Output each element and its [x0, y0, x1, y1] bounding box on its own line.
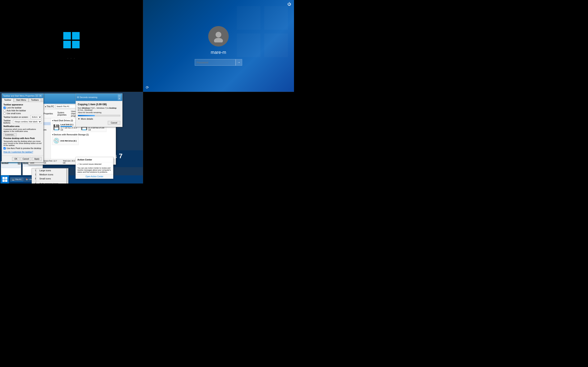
ribbon-system-tab[interactable]: System properties	[56, 111, 68, 117]
lock-taskbar-row: Lock the taskbar	[3, 107, 42, 109]
tab-toolbars[interactable]: Toolbars	[29, 98, 41, 102]
location-select[interactable]: Bottom Top Left Right	[30, 115, 42, 119]
svg-rect-6	[237, 33, 260, 57]
copy-title-text: 60 Seconds remaining	[77, 96, 97, 99]
status-free: Space free: 12.7 GB	[43, 160, 59, 164]
ac-no-issues: ✓ No current issues detected	[76, 162, 113, 166]
small-icons-label: Use small icons	[7, 112, 21, 115]
copy-close[interactable]: ✕	[118, 97, 121, 100]
notification-description: Customize which icons and notifications …	[3, 128, 42, 132]
svg-rect-2	[63, 41, 71, 48]
taskbar-this-pc-icon: 💻	[12, 178, 14, 180]
svg-rect-3	[72, 41, 80, 48]
removable-section-title: ▾ Devices with Removable Storage (1)	[52, 133, 114, 136]
copy-details-row[interactable]: ▼ More details	[78, 118, 120, 120]
start-button[interactable]	[1, 175, 9, 184]
autohide-row: Auto-hide the taskbar	[3, 109, 42, 112]
customize-row: Customize...	[3, 133, 42, 136]
dialog-tabs: Taskbar Start Menu Toolbars	[2, 98, 43, 102]
view-submenu: Large icons Medium icons Small icons Aut…	[36, 168, 67, 184]
taskbar-libraries-icon: 📚	[26, 178, 28, 180]
lock-taskbar-checkbox[interactable]	[3, 107, 6, 109]
buttons-select[interactable]: Always combine, hide labels Combine when…	[13, 120, 42, 124]
copy-progress-dialog: 60 Seconds remaining — ✕ Copying 1 item …	[76, 93, 122, 127]
drive-c-info: Local Disk (C:) 12.7 GB free of 40.0 GB	[61, 124, 78, 131]
copy-body: Copying 1 item (3.09 GB) from Windows 7 …	[76, 101, 122, 127]
copy-titlebar: 60 Seconds remaining — ✕	[76, 94, 122, 101]
tab-taskbar[interactable]: Taskbar	[2, 98, 13, 102]
small-icons-label: Small icons	[39, 177, 51, 180]
minimize-button[interactable]: —	[35, 94, 38, 97]
drive-e-icon: 💿	[53, 138, 60, 144]
aero-peek-label: Use Aero Peek to preview the desktop	[7, 147, 41, 150]
copy-time-remaining: About 60 Seconds remaining	[78, 111, 120, 114]
dialog-buttons-row: OK Cancel Apply	[2, 156, 43, 162]
bottom-left-quadrant: Taskbar and Start Menu Properties — ✕ Ta…	[0, 92, 143, 184]
watermark-logo	[237, 6, 288, 58]
view-small-icons[interactable]: Small icons	[36, 176, 66, 181]
svg-point-8	[216, 32, 221, 38]
drive-c[interactable]: 💾 Local Disk (C:) 12.7 GB free of 40.0 G…	[52, 123, 79, 132]
thumb-this-pc[interactable]: This PC ✕	[1, 161, 21, 175]
taskbar-properties-dialog: Taskbar and Start Menu Properties — ✕ Ta…	[2, 93, 43, 162]
copy-minimize[interactable]: —	[118, 94, 121, 97]
ac-open-button[interactable]: Open Action Center	[76, 174, 113, 179]
password-input[interactable]	[195, 59, 236, 66]
ac-header: Action Center	[76, 157, 113, 162]
avatar-icon	[212, 30, 225, 42]
drive-c-name: Local Disk (C:)	[61, 124, 78, 125]
medium-icons-label: Medium icons	[39, 173, 53, 176]
password-submit-button[interactable]: →	[236, 59, 242, 66]
view-large-icons[interactable]: Large icons	[36, 168, 66, 173]
cancel-button[interactable]: Cancel	[20, 157, 31, 161]
password-field-group[interactable]: →	[195, 59, 242, 66]
status-total: Total size: 40.0 GB	[63, 160, 77, 164]
loading-indicator: · · ·	[67, 57, 75, 60]
view-auto-arrange[interactable]: Auto arrange icons	[36, 182, 66, 184]
ribbon-properties-tab[interactable]: Properties	[43, 112, 54, 115]
notification-section-title: Notification area	[3, 125, 42, 127]
ok-button[interactable]: OK	[12, 157, 19, 161]
copy-buttons: Cancel	[78, 121, 120, 125]
drive-e-info: DVD RW Drive (E:)	[61, 140, 77, 142]
top-left-quadrant: · · ·	[0, 0, 143, 92]
drive-c-icon: 💾	[53, 124, 60, 131]
svg-rect-14	[2, 177, 5, 179]
aero-peek-checkbox[interactable]	[3, 147, 6, 150]
copy-progress-fill	[78, 115, 95, 116]
copy-op-title: Copying 1 item (3.09 GB)	[78, 103, 120, 106]
drive-d-space: 21.4 GB free of 109 GB	[88, 127, 105, 131]
accessibility-button[interactable]: ⟳	[146, 85, 149, 90]
taskbar-this-pc-btn[interactable]: 💻 This PC	[10, 177, 24, 182]
windows-flag-icon	[63, 32, 80, 48]
apply-button[interactable]: Apply	[32, 157, 42, 161]
copy-win-controls: — ✕	[118, 94, 121, 100]
tab-start-menu[interactable]: Start Menu	[14, 98, 28, 102]
svg-rect-16	[2, 180, 5, 182]
taskbar-bottom-left: 💻 This PC 📚 Libraries	[0, 175, 143, 184]
small-icons-checkbox[interactable]	[3, 112, 6, 115]
svg-rect-4	[237, 6, 260, 30]
copy-cancel-button[interactable]: Cancel	[108, 121, 120, 125]
customize-button[interactable]: Customize...	[3, 133, 17, 136]
location-label: Taskbar location on screen:	[3, 116, 28, 118]
small-icons-row: Use small icons	[3, 112, 42, 115]
autohide-checkbox[interactable]	[3, 109, 6, 112]
buttons-label: Taskbar buttons:	[3, 119, 13, 124]
view-medium-icons[interactable]: Medium icons	[36, 173, 66, 176]
aero-peek-row: Use Aero Peek to preview the desktop	[3, 147, 42, 150]
action-center-popup: Action Center ✓ No current issues detect…	[76, 157, 113, 179]
close-button[interactable]: ✕	[39, 94, 42, 97]
taskbar-this-pc-label: This PC	[15, 178, 22, 180]
ac-description: You can use Action Center to review and …	[76, 166, 113, 174]
aero-description: Temporarily view the desktop when you mo…	[3, 140, 42, 146]
thumb-lib-row-2	[23, 165, 42, 167]
thumb-row-3	[1, 167, 21, 168]
top-right-quadrant: ⟳ ⏻ mare-m →	[143, 0, 294, 92]
customize-help-link[interactable]: How do I customize the taskbar?	[3, 150, 42, 154]
drive-e[interactable]: 💿 DVD RW Drive (E:)	[52, 137, 79, 145]
power-button[interactable]: ⏻	[287, 2, 291, 6]
large-icons-label: Large icons	[39, 169, 51, 172]
drive-e-name: DVD RW Drive (E:)	[61, 140, 77, 142]
dialog-body: Taskbar appearance Lock the taskbar Auto…	[2, 102, 43, 156]
